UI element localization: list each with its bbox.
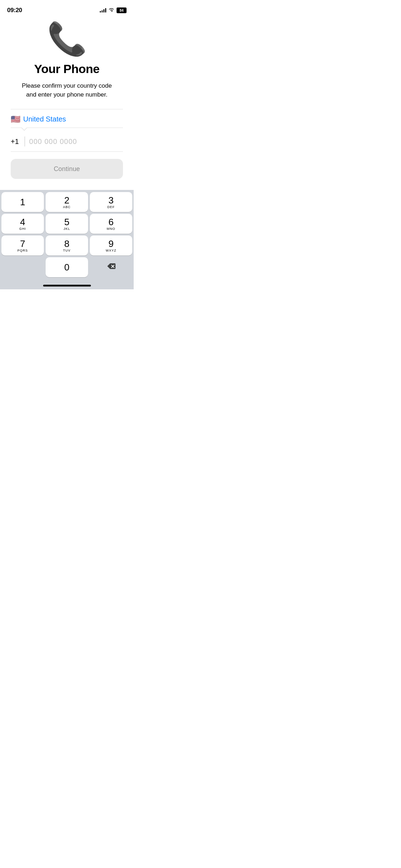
country-flag: 🇺🇸: [11, 115, 20, 123]
battery-icon: 84: [117, 7, 127, 13]
divider-chevron: [11, 128, 123, 128]
numpad: 1 2 ABC 3 DEF 4 GHI 5 JKL 6 MNO 7 PQ: [0, 190, 134, 289]
key-7[interactable]: 7 PQRS: [1, 236, 44, 255]
phone-input[interactable]: [29, 138, 123, 146]
status-time: 09:20: [7, 7, 22, 14]
page-subtitle: Please confirm your country codeand ente…: [22, 82, 112, 99]
key-2[interactable]: 2 ABC: [46, 192, 88, 212]
wifi-icon: [108, 7, 114, 13]
input-divider: [25, 136, 25, 146]
key-9[interactable]: 9 WXYZ: [90, 236, 132, 255]
key-6[interactable]: 6 MNO: [90, 214, 132, 234]
key-4[interactable]: 4 GHI: [1, 214, 44, 234]
status-bar: 09:20 84: [0, 0, 134, 16]
key-3[interactable]: 3 DEF: [90, 192, 132, 212]
key-empty: [1, 257, 44, 277]
home-indicator: [43, 285, 91, 286]
country-selector[interactable]: 🇺🇸 United States: [11, 109, 123, 128]
main-content: 📞 Your Phone Please confirm your country…: [0, 16, 134, 179]
continue-button[interactable]: Continue: [11, 159, 123, 179]
delete-key[interactable]: [90, 257, 132, 277]
status-icons: 84: [100, 7, 127, 13]
key-8[interactable]: 8 TUV: [46, 236, 88, 255]
phone-input-row: +1: [11, 131, 123, 151]
key-0[interactable]: 0: [46, 257, 88, 277]
phone-input-underline: [11, 151, 123, 152]
key-5[interactable]: 5 JKL: [46, 214, 88, 234]
signal-icon: [100, 8, 106, 12]
page-title: Your Phone: [34, 62, 99, 76]
country-code: +1: [11, 138, 19, 146]
key-1[interactable]: 1: [1, 192, 44, 212]
delete-icon: [107, 263, 116, 272]
phone-icon: 📞: [47, 23, 87, 55]
country-name: United States: [23, 115, 66, 123]
numpad-grid: 1 2 ABC 3 DEF 4 GHI 5 JKL 6 MNO 7 PQ: [1, 192, 132, 277]
